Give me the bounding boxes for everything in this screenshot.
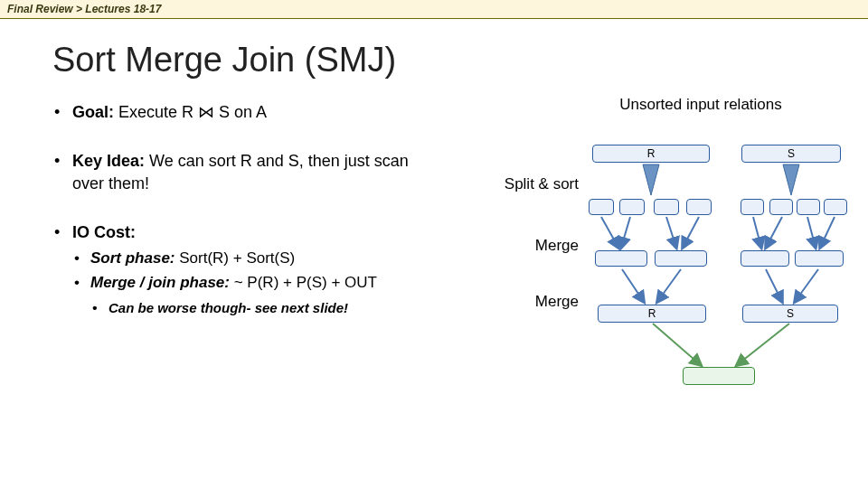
page-title: Sort Merge Join (SMJ)	[52, 41, 868, 80]
split-box	[797, 199, 820, 215]
svg-marker-0	[643, 164, 659, 195]
svg-line-15	[737, 324, 789, 365]
io-merge-text: ~ P(R) + P(S) + OUT	[230, 274, 377, 291]
svg-line-12	[766, 269, 782, 302]
svg-line-4	[666, 217, 676, 248]
diagram-column: Unsorted input relations R S Split & sor…	[429, 101, 868, 427]
smj-diagram: Unsorted input relations R S Split & sor…	[429, 101, 845, 427]
svg-line-11	[657, 269, 681, 302]
io-sort-text: Sort(R) + Sort(S)	[175, 249, 296, 267]
svg-line-14	[653, 324, 701, 365]
svg-line-7	[766, 217, 782, 248]
io-merge-note: Can be worse though- see next slide!	[90, 299, 429, 317]
split-box	[769, 199, 793, 215]
box-S-sorted: S	[742, 305, 838, 323]
bullet-goal: Goal: Execute R ⋈ S on A	[52, 101, 429, 123]
svg-line-2	[601, 217, 618, 248]
svg-line-10	[622, 269, 644, 302]
svg-line-3	[621, 217, 630, 248]
io-sub-sort: Sort phase: Sort(R) + Sort(S)	[72, 249, 429, 269]
merge-box	[795, 250, 844, 267]
io-cost-label: IO Cost:	[72, 223, 136, 241]
split-box	[686, 199, 712, 215]
split-box	[589, 199, 614, 215]
merge-box	[741, 250, 789, 267]
label-merge-2: Merge	[515, 293, 579, 311]
key-idea-label: Key Idea:	[72, 152, 145, 170]
split-box	[741, 199, 764, 215]
merge-box	[655, 250, 707, 267]
io-sort-label: Sort phase:	[90, 249, 175, 267]
goal-label: Goal:	[72, 103, 114, 121]
breadcrumb: Final Review > Lectures 18-17	[0, 0, 868, 19]
bullet-key-idea: Key Idea: We can sort R and S, then just…	[52, 150, 429, 194]
svg-line-9	[820, 217, 835, 248]
box-join-output	[683, 367, 755, 385]
svg-line-5	[683, 217, 699, 248]
split-box	[824, 199, 847, 215]
bullet-list: Goal: Execute R ⋈ S on A Key Idea: We ca…	[52, 101, 429, 317]
svg-line-6	[753, 217, 761, 248]
split-box	[654, 199, 679, 215]
text-column: Goal: Execute R ⋈ S on A Key Idea: We ca…	[0, 101, 429, 427]
content-row: Goal: Execute R ⋈ S on A Key Idea: We ca…	[0, 101, 868, 427]
bullet-io-cost: IO Cost: Sort phase: Sort(R) + Sort(S) M…	[52, 221, 429, 317]
box-R-sorted: R	[598, 305, 706, 323]
merge-box	[595, 250, 647, 267]
split-box	[619, 199, 645, 215]
io-sub-merge: Merge / join phase: ~ P(R) + P(S) + OUT …	[72, 273, 429, 317]
io-merge-label: Merge / join phase:	[90, 274, 230, 291]
svg-line-8	[807, 217, 816, 248]
svg-marker-1	[783, 164, 799, 195]
goal-text: Execute R ⋈ S on A	[114, 103, 267, 121]
svg-line-13	[795, 269, 818, 302]
label-merge-1: Merge	[515, 237, 579, 255]
